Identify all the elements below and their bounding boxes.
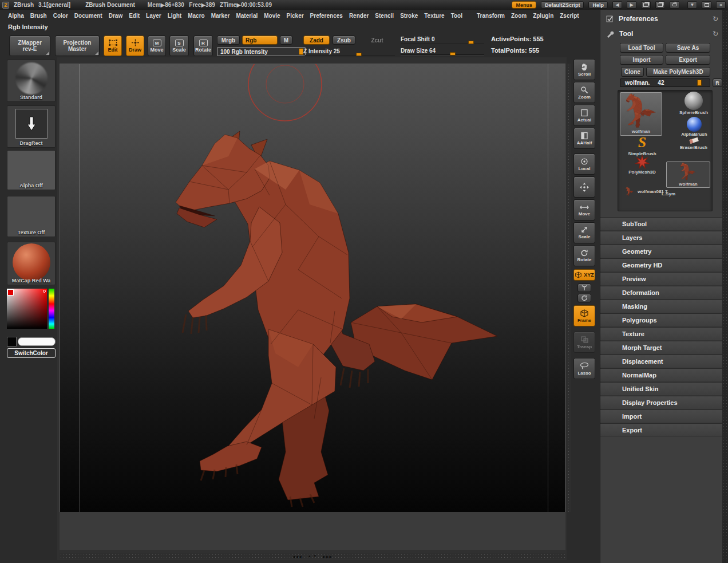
section-polygroups[interactable]: Polygroups xyxy=(600,313,723,327)
projection-master-button[interactable]: Projection Master xyxy=(55,36,100,56)
draw-size-slider[interactable]: Draw Size 64 xyxy=(401,46,484,55)
menu-zoom[interactable]: Zoom xyxy=(511,13,527,19)
frame-button[interactable]: Frame xyxy=(573,305,595,326)
secondary-color-swatch[interactable] xyxy=(18,337,56,346)
default-zscript-button[interactable]: DefaultZScript xyxy=(541,1,584,9)
slider-handle[interactable] xyxy=(468,41,474,44)
current-alpha-thumbnail[interactable]: Alpha Off xyxy=(7,150,56,190)
current-color-swatch[interactable] xyxy=(7,289,14,296)
help-button[interactable]: Help xyxy=(588,1,608,9)
section-texture[interactable]: Texture xyxy=(600,327,723,341)
restore-window-button[interactable] xyxy=(702,1,711,9)
menus-button[interactable]: Menus xyxy=(512,1,536,9)
menu-picker[interactable]: Picker xyxy=(287,13,304,19)
draw-button[interactable]: Draw xyxy=(126,36,144,56)
slider-handle[interactable] xyxy=(299,48,303,55)
menu-document[interactable]: Document xyxy=(74,13,102,19)
menu-zscript[interactable]: Zscript xyxy=(560,13,579,19)
menu-brush[interactable]: Brush xyxy=(30,13,47,19)
move-point-button[interactable] xyxy=(573,176,595,198)
spherebrush-item[interactable]: SphereBrush xyxy=(675,92,712,115)
minimize-button[interactable]: ▼ xyxy=(687,1,697,9)
load-tool-button[interactable]: Load Tool xyxy=(620,43,663,53)
hue-strip[interactable] xyxy=(49,289,54,329)
zmapper-button[interactable]: ZMapper rev-E xyxy=(9,36,50,56)
scroll-left-arrows-icon[interactable]: ◀◀◀ xyxy=(292,554,302,558)
zadd-button[interactable]: Zadd xyxy=(303,36,330,45)
polymesh3d-item[interactable]: PolyMesh3D xyxy=(625,155,659,175)
scale-button[interactable]: S Scale xyxy=(169,36,189,56)
scroll-updown-icon[interactable]: ▲ ▼ xyxy=(308,554,318,558)
section-import[interactable]: Import xyxy=(600,410,723,423)
scroll-canvas-button[interactable]: Scroll xyxy=(573,59,595,80)
menu-stencil[interactable]: Stencil xyxy=(375,13,394,19)
section-subtool[interactable]: SubTool xyxy=(600,217,723,231)
import-button[interactable]: Import xyxy=(620,55,663,65)
menu-render[interactable]: Render xyxy=(349,13,369,19)
rotate-canvas-button[interactable]: Rotate xyxy=(573,245,595,266)
rgb-button[interactable]: Rgb xyxy=(242,36,278,45)
edit-button[interactable]: Edit xyxy=(104,36,122,56)
tool-palette-header[interactable]: Tool ↻ xyxy=(600,28,723,40)
current-tool-slider[interactable]: wolfman. 42 xyxy=(620,78,710,87)
current-stroke-thumbnail[interactable]: DragRect xyxy=(7,105,56,148)
menu-layer[interactable]: Layer xyxy=(146,13,161,19)
reset-palette-icon[interactable]: ↻ xyxy=(713,30,718,38)
current-brush-thumbnail[interactable]: Standard xyxy=(7,60,56,102)
restore-tool-button[interactable]: R xyxy=(713,78,722,87)
z-intensity-slider[interactable]: Z Intensity 25 xyxy=(303,47,395,56)
section-preview[interactable]: Preview xyxy=(600,272,723,286)
restore-config-icon[interactable] xyxy=(655,1,665,9)
section-layers[interactable]: Layers xyxy=(600,231,723,245)
actual-size-button[interactable]: Actual xyxy=(573,105,595,126)
section-normalmap[interactable]: NormalMap xyxy=(600,368,723,382)
section-displacement[interactable]: Displacement xyxy=(600,355,723,368)
menu-edit[interactable]: Edit xyxy=(129,13,140,19)
lasso-button[interactable]: Lasso xyxy=(573,358,595,379)
alphabrush-item[interactable]: AlphaBrush xyxy=(678,117,711,137)
menu-marker[interactable]: Marker xyxy=(211,13,230,19)
section-geometry[interactable]: Geometry xyxy=(600,245,723,258)
section-deformation[interactable]: Deformation xyxy=(600,286,723,300)
clone-button[interactable]: Clone xyxy=(621,67,644,77)
scroll-right-arrows-icon[interactable]: ▶▶▶ xyxy=(323,554,333,558)
y-axis-constraint-button[interactable] xyxy=(577,284,591,292)
m-button[interactable]: M xyxy=(280,36,292,45)
menu-draw[interactable]: Draw xyxy=(109,13,122,19)
menu-transform[interactable]: Transform xyxy=(477,13,505,19)
palette-scrollbar[interactable] xyxy=(722,10,728,563)
store-config-icon[interactable] xyxy=(641,1,651,9)
export-button[interactable]: Export xyxy=(666,55,710,65)
section-unified-skin[interactable]: Unified Skin xyxy=(600,382,723,396)
eraserbrush-item[interactable]: EraserBrush xyxy=(676,136,711,150)
xyz-rotation-button[interactable]: XYZ xyxy=(573,269,595,281)
section-export[interactable]: Export xyxy=(600,423,723,437)
main-color-swatch[interactable] xyxy=(7,337,17,347)
menu-alpha[interactable]: Alpha xyxy=(8,13,24,19)
move-canvas-button[interactable]: Move xyxy=(573,199,595,221)
section-geometry-hd[interactable]: Geometry HD xyxy=(600,258,723,272)
save-as-button[interactable]: Save As xyxy=(666,43,710,53)
current-tool-thumbnail[interactable]: wolfman xyxy=(620,92,662,136)
wolfman-tool-item[interactable]: wolfman xyxy=(666,162,710,188)
focal-shift-slider[interactable]: Focal Shift 0 xyxy=(401,35,484,44)
close-button[interactable]: × xyxy=(716,1,726,9)
horizontal-scrollbar[interactable]: ◀◀◀ ▲ ▼ ▶▶▶ xyxy=(60,553,565,559)
menu-light[interactable]: Light xyxy=(168,13,181,19)
reset-palette-icon[interactable]: ↻ xyxy=(713,15,718,23)
section-masking[interactable]: Masking xyxy=(600,300,723,313)
menu-texture[interactable]: Texture xyxy=(424,13,444,19)
spin-button[interactable] xyxy=(577,294,591,302)
shelf-scroll-left-icon[interactable]: ◀ xyxy=(612,1,622,9)
rotate-button[interactable]: R Rotate xyxy=(193,36,213,56)
switch-color-button[interactable]: SwitchColor xyxy=(7,348,56,358)
preferences-palette-header[interactable]: Preferences ↻ xyxy=(600,13,723,25)
rgb-intensity-slider[interactable]: 100 Rgb Intensity xyxy=(217,47,306,56)
zoom-canvas-button[interactable]: Zoom xyxy=(573,82,595,103)
section-morph-target[interactable]: Morph Target xyxy=(600,341,723,355)
menu-movie[interactable]: Movie xyxy=(264,13,280,19)
slider-handle[interactable] xyxy=(450,52,456,56)
mrgb-button[interactable]: Mrgb xyxy=(217,36,240,45)
menu-zplugin[interactable]: Zplugin xyxy=(533,13,553,19)
zsub-button[interactable]: Zsub xyxy=(333,36,355,45)
